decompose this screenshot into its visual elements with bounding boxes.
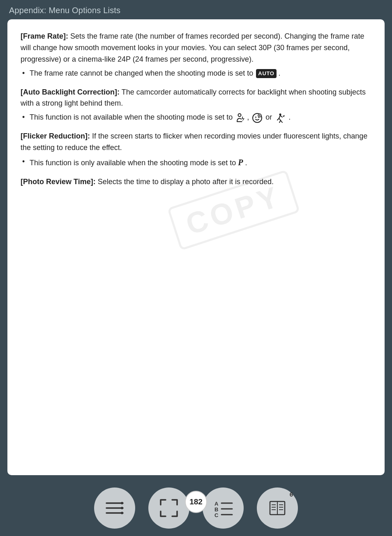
svg-point-24 [121, 512, 123, 514]
expand-button[interactable] [148, 487, 189, 529]
auto-backlight-paragraph: [Auto Backlight Correction]: The camcord… [21, 87, 371, 110]
bullet-text: This function is only available when the… [30, 159, 247, 167]
svg-marker-2 [242, 116, 244, 122]
face-icon [252, 113, 263, 123]
svg-text:A: A [214, 501, 219, 507]
bottom-toolbar: 182 A B C [0, 483, 392, 536]
section-frame-rate: [Frame Rate]: Sets the frame rate (the n… [21, 31, 371, 79]
svg-line-13 [279, 116, 280, 118]
content-area: [Frame Rate]: Sets the frame rate (the n… [21, 31, 371, 469]
menu-list-button[interactable] [94, 487, 135, 529]
auto-backlight-term: [Auto Backlight Correction]: [21, 88, 120, 96]
flicker-term: [Flicker Reduction]: [21, 132, 90, 140]
bullet-text: The frame rate cannot be changed when th… [30, 69, 281, 77]
auto-backlight-bullets: This function is not available when the … [21, 112, 371, 123]
person-flash-icon [235, 113, 246, 123]
bullet-item: This function is only available when the… [21, 156, 371, 169]
book-button[interactable]: 6 [257, 487, 298, 529]
frame-rate-bullets: The frame rate cannot be changed when th… [21, 68, 371, 79]
svg-point-7 [259, 115, 261, 116]
book-icon [267, 497, 288, 519]
svg-text:B: B [214, 506, 218, 513]
book-badge: 6 [290, 491, 293, 498]
bullet-text: This function is not available when the … [30, 113, 291, 121]
flicker-bullets: This function is only available when the… [21, 156, 371, 169]
menu-list-icon [104, 497, 125, 519]
header-title: Appendix: Menu Options Lists [9, 6, 120, 15]
bullet-item: This function is not available when the … [21, 112, 371, 123]
abc-list-icon: A B C [212, 497, 234, 519]
photo-review-term: [Photo Review Time]: [21, 178, 96, 186]
frame-rate-term: [Frame Rate]: [21, 32, 68, 40]
svg-text:C: C [214, 512, 219, 518]
sports-icon [275, 113, 286, 123]
photo-review-description: Selects the time to display a photo afte… [98, 178, 274, 186]
main-card: COPY [Frame Rate]: Sets the frame rate (… [7, 19, 385, 475]
section-flicker-reduction: [Flicker Reduction]: If the screen start… [21, 131, 371, 169]
expand-icon [158, 497, 180, 519]
frame-rate-paragraph: [Frame Rate]: Sets the frame rate (the n… [21, 31, 371, 65]
auto-badge: AUTO [256, 69, 276, 78]
bullet-item: The frame rate cannot be changed when th… [21, 68, 371, 79]
svg-line-18 [280, 116, 282, 117]
or-text: or [265, 113, 274, 121]
section-photo-review: [Photo Review Time]: Selects the time to… [21, 176, 371, 188]
flicker-paragraph: [Flicker Reduction]: If the screen start… [21, 131, 371, 154]
page-header: Appendix: Menu Options Lists [0, 0, 392, 19]
svg-point-23 [121, 507, 123, 509]
svg-point-22 [121, 502, 123, 504]
svg-point-0 [238, 113, 241, 116]
abc-list-button[interactable]: A B C [203, 487, 244, 529]
frame-rate-description: Sets the frame rate (the number of frame… [21, 32, 364, 63]
svg-line-17 [281, 120, 282, 122]
section-auto-backlight: [Auto Backlight Correction]: The camcord… [21, 87, 371, 124]
p-badge: P [238, 158, 243, 167]
photo-review-paragraph: [Photo Review Time]: Selects the time to… [21, 176, 371, 188]
svg-point-4 [255, 116, 256, 118]
page-number: 182 [185, 491, 207, 513]
